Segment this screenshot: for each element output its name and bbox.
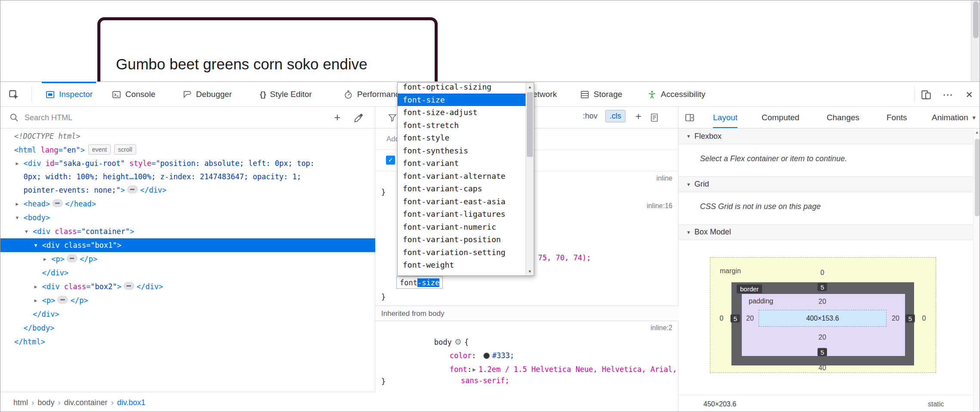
expand-arrow-icon[interactable]: ▶ [34,280,42,294]
sidebar-scrollbar-thumb[interactable] [975,139,980,216]
declaration-color[interactable]: color: #333; [375,335,678,349]
markup-row[interactable]: ▼<div class="container"> [0,225,375,238]
autocomplete-scrollbar[interactable]: ▲ ▼ [526,83,534,275]
expand-sidebar-button[interactable] [684,112,695,123]
padding-left-value[interactable]: 20 [746,315,754,322]
page-scrollbar-thumb[interactable] [973,1,979,38]
content-size-value[interactable]: 400×153.6 [806,315,839,322]
tab-performance[interactable]: Performance [343,82,404,107]
search-input[interactable] [24,110,299,125]
autocomplete-item[interactable]: font-variant [398,157,526,170]
autocomplete-item[interactable]: font-size-adjust [398,106,526,119]
markup-row[interactable]: ▶<p>⋯</p> [0,293,375,307]
markup-row[interactable]: ▼<body> [0,211,375,225]
autocomplete-item[interactable]: font-stretch [398,119,526,132]
tab-debugger[interactable]: Debugger [182,82,232,107]
sidebar-tab-layout[interactable]: Layout [713,107,737,128]
sidebar-tab-computed[interactable]: Computed [762,107,800,128]
breadcrumb-item[interactable]: body [34,398,58,407]
markup-row[interactable]: </div> [0,266,375,280]
rule-origin-link[interactable]: inline [656,172,672,185]
markup-row[interactable]: <html lang="en">eventscroll [0,143,375,157]
sidebar-tab-animations[interactable]: Animations [932,107,972,128]
grid-section-header[interactable]: ▼ Grid [678,176,973,192]
padding-right-value[interactable]: 20 [892,315,899,322]
autocomplete-item[interactable]: font-synthesis [398,144,526,157]
expand-arrow-icon[interactable]: ▶ [16,197,24,211]
responsive-mode-button[interactable] [919,87,933,102]
collapse-arrow-icon[interactable]: ▼ [25,225,33,239]
class-panel-button[interactable]: .cls [605,110,625,122]
page-scrollbar[interactable] [971,0,980,81]
markup-row[interactable]: ▼<div class="box1"> [0,238,375,252]
declaration-font[interactable]: font:▶1.2em / 1.5 Helvetica Neue, Helvet… [375,349,678,362]
flexbox-section-header[interactable]: ▼ Flexbox [678,128,973,144]
print-simulation-button[interactable] [649,112,660,123]
autocomplete-item[interactable]: font-variant-ligatures [398,208,526,221]
sidebar-scrollbar[interactable]: ▲ [973,128,980,412]
autocomplete-item[interactable]: font-style [398,131,526,144]
class-checkbox[interactable]: ✓ [386,156,395,165]
sidebar-tab-changes[interactable]: Changes [827,107,859,128]
autocomplete-item[interactable]: font-variant-east-asia [398,195,526,208]
eyedropper-button[interactable] [353,112,366,125]
sidebar-tab-fonts[interactable]: Fonts [887,107,907,128]
autocomplete-item[interactable]: font-variant-caps [398,182,526,195]
close-devtools-button[interactable]: ✕ [962,87,977,102]
breadcrumb-item[interactable]: div.container [61,398,111,407]
box-model-section-header[interactable]: ▼ Box Model [678,224,973,240]
autocomplete-item[interactable]: font-size [398,94,526,106]
expand-arrow-icon[interactable]: ▶ [16,157,24,170]
autocomplete-item[interactable]: font-weight [398,259,526,272]
tab-storage[interactable]: Storage [580,82,622,107]
collapse-arrow-icon[interactable]: ▼ [16,211,24,225]
breadcrumb-item[interactable]: div.box1 [114,398,149,407]
border-right-value[interactable]: 5 [905,315,915,323]
autocomplete-item[interactable]: font-variant-alternate [398,170,526,183]
markup-row[interactable]: ▶<head>⋯</head> [0,197,375,211]
autocomplete-item[interactable]: font-variant-position [398,233,526,246]
body-rule-selector[interactable]: body⚙{ inline:2 [375,321,678,335]
autocomplete-item[interactable]: font-variation-setting [398,246,526,259]
property-name-input[interactable]: font-size [396,276,443,289]
rule-origin-link[interactable]: inline:16 [647,199,672,213]
scroll-down-icon[interactable]: ▼ [526,267,534,275]
margin-bottom-value[interactable]: 40 [818,364,826,372]
markup-row[interactable]: ▶<div class="box2">⋯</div> [0,280,375,293]
add-rule-button[interactable]: + [635,110,641,122]
scroll-up-icon[interactable]: ▲ [974,130,980,134]
markup-row[interactable]: </div> [0,307,375,321]
tab-style-editor[interactable]: {} Style Editor [260,82,312,107]
margin-top-value[interactable]: 0 [821,269,824,277]
collapse-arrow-icon[interactable]: ▼ [686,134,691,139]
markup-row[interactable]: <!DOCTYPE html> [0,129,375,143]
tab-inspector[interactable]: Inspector [45,82,93,107]
collapse-arrow-icon[interactable]: ▼ [686,182,691,187]
padding-top-value[interactable]: 20 [818,298,826,306]
margin-right-value[interactable]: 0 [922,315,926,322]
markup-row[interactable]: </html> [0,335,375,349]
collapse-arrow-icon[interactable]: ▼ [686,230,691,235]
all-tabs-button[interactable]: ▾ [968,107,980,128]
markup-row[interactable]: ▶<div id="saka-gui-root" style="position… [0,157,375,197]
border-left-value[interactable]: 5 [731,315,740,323]
tab-console[interactable]: Console [112,82,156,107]
scroll-up-icon[interactable]: ▲ [526,83,534,91]
padding-bottom-value[interactable]: 20 [818,334,826,341]
margin-left-value[interactable]: 0 [720,315,724,322]
autocomplete-item[interactable]: font-optical-sizing [398,83,526,94]
border-top-value[interactable]: 5 [818,283,827,291]
expand-arrow-icon[interactable]: ▶ [34,294,42,308]
rule-origin-link[interactable]: inline:2 [650,321,672,335]
autocomplete-item[interactable]: font-variant-numeric [398,221,526,234]
pseudo-class-button[interactable]: :hov [583,112,597,121]
devtools-menu-button[interactable]: ⋯ [940,87,955,102]
markup-row[interactable]: ▶<p>⋯</p> [0,252,375,266]
pick-element-button[interactable] [6,87,21,102]
autocomplete-scrollbar-thumb[interactable] [527,92,533,157]
markup-row[interactable]: </body> [0,321,375,335]
expand-arrow-icon[interactable]: ▶ [44,253,51,266]
add-node-button[interactable]: + [330,110,344,125]
breadcrumb-item[interactable]: html [10,398,31,407]
collapse-arrow-icon[interactable]: ▼ [34,239,42,253]
